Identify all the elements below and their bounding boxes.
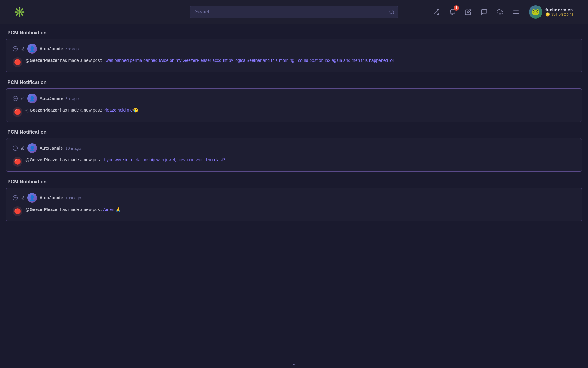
notification-card-1: 👤 AutoJannie 5hr ago 🔴 @GeezerPleazer ha…: [6, 39, 582, 72]
bottom-bar: ⌄: [0, 358, 588, 368]
section-title-4: PCM Notification: [6, 179, 582, 185]
header-actions: 1: [431, 4, 576, 20]
pencil-icon-2: [21, 96, 25, 101]
card-message-4: @GeezerPleazer has made a new post: Amen…: [25, 206, 121, 213]
card-username-2: AutoJannie: [40, 96, 63, 101]
card-username-4: AutoJannie: [40, 195, 63, 200]
shuffle-icon[interactable]: [431, 6, 442, 17]
notification-section-4: PCM Notification 👤 AutoJannie 1: [6, 179, 582, 221]
card-avatar-4: 👤: [27, 193, 37, 203]
chat-icon[interactable]: [479, 6, 490, 17]
card-body-2: 🔴 @GeezerPleazer has made a new post: Pl…: [13, 107, 575, 117]
card-header-1: 👤 AutoJannie 5hr ago: [13, 44, 575, 54]
dismiss-icon-3[interactable]: [13, 145, 18, 151]
card-header-2: 👤 AutoJannie 8hr ago: [13, 94, 575, 103]
avatar: 🐸: [529, 5, 542, 19]
main-content: PCM Notification 👤 AutoJannie 5: [0, 24, 588, 235]
card-message-1: @GeezerPleazer has made a new post: I wa…: [25, 57, 394, 64]
menu-icon[interactable]: [511, 6, 522, 17]
card-avatar-2: 👤: [27, 94, 37, 103]
notification-badge: 1: [454, 5, 459, 11]
notification-card-3: 👤 AutoJannie 10hr ago 🔴 @GeezerPleazer h…: [6, 138, 582, 172]
dismiss-icon-1[interactable]: [13, 46, 18, 52]
message-prefix-4: has made a new post:: [59, 207, 103, 212]
post-link-3[interactable]: if you were in a relationship with jewel…: [103, 157, 225, 162]
card-message-3: @GeezerPleazer has made a new post: if y…: [25, 157, 225, 163]
poster-avatar-2: 🔴: [13, 107, 22, 117]
mention-link-3[interactable]: @GeezerPleazer: [25, 157, 59, 162]
header: ✳️ 1: [0, 0, 588, 24]
notification-section-2: PCM Notification 👤 AutoJannie 8: [6, 80, 582, 122]
search-icon: [389, 9, 394, 15]
card-time-3: 10hr ago: [65, 146, 81, 151]
section-title-3: PCM Notification: [6, 129, 582, 135]
notification-card-4: 👤 AutoJannie 10hr ago 🔴 @GeezerPleazer h…: [6, 188, 582, 221]
section-title-1: PCM Notification: [6, 30, 582, 36]
post-link-2[interactable]: Pleaze hold me😢: [103, 108, 138, 113]
message-prefix-2: has made a new post:: [59, 108, 103, 113]
card-time-2: 8hr ago: [65, 96, 79, 101]
pen-icon[interactable]: [463, 6, 474, 17]
mention-link-1[interactable]: @GeezerPleazer: [25, 58, 59, 63]
section-title-2: PCM Notification: [6, 80, 582, 85]
card-message-2: @GeezerPleazer has made a new post: Plea…: [25, 107, 138, 113]
notification-section-1: PCM Notification 👤 AutoJannie 5: [6, 30, 582, 72]
message-prefix-1: has made a new post:: [59, 58, 103, 63]
card-avatar-1: 👤: [27, 44, 37, 54]
logo-icon: ✳️: [12, 5, 27, 19]
message-prefix-3: has made a new post:: [59, 157, 103, 162]
post-link-4[interactable]: Amen 🙏: [103, 207, 120, 212]
bottom-arrow: ⌄: [292, 360, 296, 367]
trophy-icon[interactable]: [495, 6, 506, 17]
card-header-4: 👤 AutoJannie 10hr ago: [13, 193, 575, 203]
poster-avatar-1: 🔴: [13, 57, 22, 67]
user-info: fucknormies 🪙 334 Shitcoins: [545, 7, 573, 17]
user-profile[interactable]: 🐸 fucknormies 🪙 334 Shitcoins: [526, 4, 576, 20]
coin-icon: 🪙: [545, 12, 550, 17]
notification-card-2: 👤 AutoJannie 8hr ago 🔴 @GeezerPleazer ha…: [6, 88, 582, 122]
username: fucknormies: [545, 7, 573, 12]
dismiss-icon-4[interactable]: [13, 195, 18, 201]
coins-display: 🪙 334 Shitcoins: [545, 12, 573, 17]
post-link-1[interactable]: I was banned perma banned twice on my Ge…: [103, 58, 394, 63]
mention-link-2[interactable]: @GeezerPleazer: [25, 108, 59, 113]
poster-avatar-3: 🔴: [13, 157, 22, 167]
card-time-4: 10hr ago: [65, 196, 81, 200]
pencil-icon-1: [21, 47, 25, 51]
card-body-1: 🔴 @GeezerPleazer has made a new post: I …: [13, 57, 575, 67]
notification-section-3: PCM Notification 👤 AutoJannie 1: [6, 129, 582, 172]
card-username-3: AutoJannie: [40, 146, 63, 151]
logo-area[interactable]: ✳️: [12, 5, 27, 19]
card-avatar-3: 👤: [27, 143, 37, 153]
search-button[interactable]: [389, 9, 394, 15]
card-header-3: 👤 AutoJannie 10hr ago: [13, 143, 575, 153]
search-container: [190, 6, 398, 18]
card-time-1: 5hr ago: [65, 47, 79, 51]
dismiss-icon-2[interactable]: [13, 96, 18, 101]
search-input[interactable]: [190, 6, 398, 18]
notification-bell[interactable]: 1: [447, 6, 458, 17]
card-body-3: 🔴 @GeezerPleazer has made a new post: if…: [13, 157, 575, 167]
pencil-icon-4: [21, 196, 25, 200]
svg-line-1: [393, 13, 394, 14]
poster-avatar-4: 🔴: [13, 206, 22, 216]
card-body-4: 🔴 @GeezerPleazer has made a new post: Am…: [13, 206, 575, 216]
pencil-icon-3: [21, 146, 25, 150]
mention-link-4[interactable]: @GeezerPleazer: [25, 207, 59, 212]
card-username-1: AutoJannie: [40, 46, 63, 51]
